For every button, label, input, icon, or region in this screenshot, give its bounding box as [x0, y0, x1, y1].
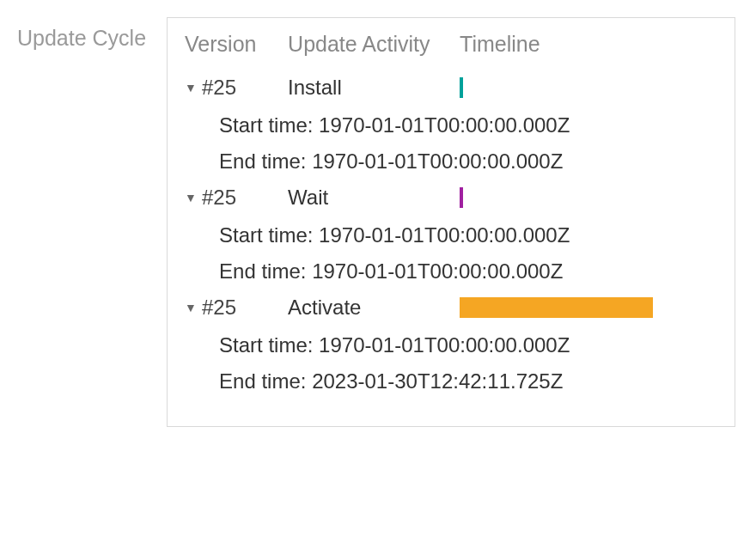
activity-cell: Activate: [288, 296, 460, 320]
start-value: 1970-01-01T00:00:00.000Z: [319, 333, 570, 357]
start-value: 1970-01-01T00:00:00.000Z: [319, 223, 570, 247]
start-label: Start time:: [219, 113, 319, 137]
detail-end: End time: 1970-01-01T00:00:00.000Z: [219, 149, 717, 174]
start-value: 1970-01-01T00:00:00.000Z: [319, 113, 570, 137]
table-row: ▼ #25 Wait Start time: 1970-01-01T00:00:…: [185, 186, 717, 284]
end-value: 1970-01-01T00:00:00.000Z: [312, 259, 563, 283]
activity-cell: Wait: [288, 186, 460, 210]
timeline-bar: [460, 297, 653, 318]
end-value: 1970-01-01T00:00:00.000Z: [312, 149, 563, 173]
end-label: End time:: [219, 259, 312, 283]
header-version: Version: [185, 32, 288, 57]
timeline-cell: [460, 77, 717, 98]
version-cell: ▼ #25: [185, 186, 288, 210]
version-text: #25: [202, 76, 236, 100]
update-cycle-container: Update Cycle Version Update Activity Tim…: [17, 17, 739, 427]
start-label: Start time:: [219, 223, 319, 247]
version-text: #25: [202, 296, 236, 320]
caret-down-icon[interactable]: ▼: [185, 301, 197, 314]
caret-down-icon[interactable]: ▼: [185, 81, 197, 95]
activity-cell: Install: [288, 76, 460, 100]
detail-end: End time: 2023-01-30T12:42:11.725Z: [219, 369, 717, 393]
row-main: ▼ #25 Wait: [185, 186, 717, 210]
detail-start: Start time: 1970-01-01T00:00:00.000Z: [219, 333, 717, 357]
version-text: #25: [202, 186, 236, 210]
table-row: ▼ #25 Activate Start time: 1970-01-01T00…: [185, 296, 717, 393]
header-timeline: Timeline: [460, 32, 717, 57]
end-label: End time:: [219, 369, 312, 393]
section-label: Update Cycle: [17, 17, 146, 51]
end-value: 2023-01-30T12:42:11.725Z: [312, 369, 563, 393]
start-label: Start time:: [219, 333, 319, 357]
row-main: ▼ #25 Install: [185, 76, 717, 100]
header-activity: Update Activity: [288, 32, 460, 57]
table-header: Version Update Activity Timeline: [185, 32, 717, 57]
timeline-bar: [460, 77, 463, 98]
timeline-cell: [460, 187, 717, 208]
version-cell: ▼ #25: [185, 76, 288, 100]
version-cell: ▼ #25: [185, 296, 288, 320]
end-label: End time:: [219, 149, 312, 173]
detail-start: Start time: 1970-01-01T00:00:00.000Z: [219, 113, 717, 137]
detail-start: Start time: 1970-01-01T00:00:00.000Z: [219, 223, 717, 247]
timeline-cell: [460, 297, 717, 318]
detail-end: End time: 1970-01-01T00:00:00.000Z: [219, 259, 717, 284]
caret-down-icon[interactable]: ▼: [185, 191, 197, 204]
row-main: ▼ #25 Activate: [185, 296, 717, 320]
timeline-bar: [460, 187, 463, 208]
update-cycle-panel: Version Update Activity Timeline ▼ #25 I…: [167, 17, 735, 427]
table-row: ▼ #25 Install Start time: 1970-01-01T00:…: [185, 76, 717, 174]
